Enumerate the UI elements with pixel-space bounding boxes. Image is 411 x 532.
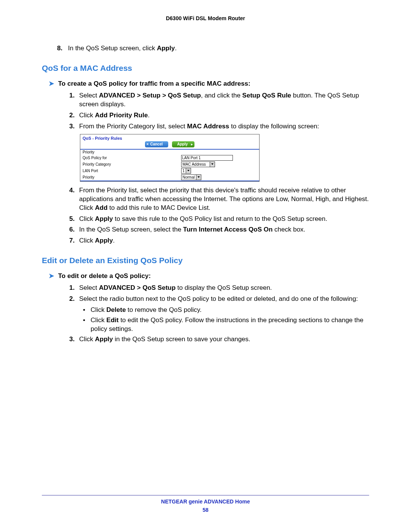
- t: Select: [79, 284, 99, 291]
- t: to display the following screen:: [229, 123, 319, 130]
- b: ADVANCED > Setup > QoS Setup: [99, 92, 201, 99]
- step-number: 6.: [69, 225, 79, 234]
- step-bold: Apply: [157, 45, 175, 52]
- select-value: Normal: [181, 174, 196, 180]
- step-number: 2.: [69, 111, 79, 120]
- select-value: MAC Address: [181, 161, 210, 167]
- b: Delete: [107, 306, 126, 313]
- footer-title: NETGEAR genie ADVANCED Home: [42, 498, 369, 505]
- label-priority2: Priority: [80, 174, 179, 181]
- chevron-down-icon: [210, 161, 215, 167]
- form-table: Priority QoS Policy for LAN Port 1 Prior…: [80, 150, 259, 181]
- b: Turn Internet Access QoS On: [183, 226, 272, 233]
- policy-for-field[interactable]: LAN Port 1: [181, 155, 233, 161]
- step-number: 1.: [69, 284, 79, 292]
- chevron-down-icon: [186, 168, 191, 174]
- label-lan-port: LAN Port: [80, 168, 179, 174]
- heading-qos-mac: QoS for a MAC Address: [42, 64, 369, 73]
- step-a7: 7. Click Apply.: [69, 236, 369, 245]
- t: to save this rule to the QoS Policy list…: [113, 215, 327, 222]
- step-number: 1.: [69, 91, 79, 109]
- bullet-icon: •: [83, 316, 91, 334]
- step-b2: 2. Select the radio button next to the Q…: [69, 295, 369, 304]
- priority-select[interactable]: Normal: [181, 174, 201, 180]
- arrow-icon: ➤: [49, 272, 54, 280]
- b: Edit: [107, 316, 119, 324]
- step-b3: 3. Click Apply in the QoS Setup screen t…: [69, 335, 369, 344]
- t: , and click the: [201, 92, 242, 99]
- b: Add: [95, 204, 108, 211]
- bullet-icon: •: [83, 306, 91, 315]
- cancel-button[interactable]: Cancel: [145, 141, 168, 147]
- page-footer: NETGEAR genie ADVANCED Home 58: [42, 495, 369, 513]
- divider: [80, 181, 259, 181]
- panel-title: QoS - Priority Rules: [80, 134, 259, 141]
- t: to remove the QoS policy.: [126, 306, 202, 313]
- step-number: 4.: [69, 186, 79, 212]
- step-a1: 1. Select ADVANCED > Setup > QoS Setup, …: [69, 91, 369, 109]
- b: ADVANCED > QoS Setup: [99, 284, 175, 291]
- t: .: [113, 237, 115, 244]
- t: in the QoS Setup screen to save your cha…: [113, 335, 250, 343]
- b: Setup QoS Rule: [242, 92, 291, 99]
- doc-header: D6300 WiFi DSL Modem Router: [42, 15, 369, 21]
- heading-edit-delete: Edit or Delete an Existing QoS Policy: [42, 256, 369, 265]
- b: Add Priority Rule: [95, 112, 148, 119]
- step-a4: 4. From the Priority list, select the pr…: [69, 186, 369, 212]
- step-text: In the QoS Setup screen, click: [68, 45, 157, 52]
- lan-port-select[interactable]: 1: [181, 168, 191, 174]
- step-a3: 3. From the Priority Category list, sele…: [69, 122, 369, 131]
- step-a6: 6. In the QoS Setup screen, select the T…: [69, 225, 369, 234]
- priority-category-select[interactable]: MAC Address: [181, 161, 215, 167]
- step-8: 8. In the QoS Setup screen, click Apply.: [57, 44, 369, 53]
- b: Apply: [95, 215, 113, 222]
- t: Select: [79, 92, 99, 99]
- page-number: 58: [42, 507, 369, 513]
- step-a5: 5. Click Apply to save this rule to the …: [69, 215, 369, 224]
- step-a2: 2. Click Add Priority Rule.: [69, 111, 369, 120]
- b: Apply: [95, 335, 113, 343]
- step-number: 8.: [57, 44, 66, 53]
- step-number: 5.: [69, 215, 79, 224]
- step-post: .: [175, 45, 177, 52]
- lead-text: To edit or delete a QoS policy:: [58, 272, 151, 280]
- t: to display the QoS Setup screen.: [175, 284, 272, 291]
- lead-text: To create a QoS policy for traffic from …: [58, 80, 250, 87]
- t: to add this rule to MAC Device List.: [108, 204, 210, 211]
- t: From the Priority Category list, select: [79, 123, 187, 130]
- bullet-edit: • Click Edit to edit the QoS policy. Fol…: [83, 316, 369, 334]
- t: Click: [91, 306, 107, 313]
- b: Apply: [95, 237, 113, 244]
- t: Click: [79, 237, 95, 244]
- label-priority-category: Priority Category: [80, 161, 179, 168]
- step-number: 7.: [69, 236, 79, 245]
- t: In the QoS Setup screen, select the: [79, 226, 183, 233]
- step-b1: 1. Select ADVANCED > QoS Setup to displa…: [69, 284, 369, 292]
- procedure-lead-b: ➤ To edit or delete a QoS policy:: [49, 272, 369, 280]
- t: Click: [79, 215, 95, 222]
- step-number: 3.: [69, 335, 79, 344]
- t: Click: [91, 316, 107, 324]
- t: Click: [79, 335, 95, 343]
- bullet-delete: • Click Delete to remove the QoS policy.: [83, 306, 369, 315]
- arrow-icon: ➤: [49, 80, 54, 87]
- procedure-lead-a: ➤ To create a QoS policy for traffic fro…: [49, 80, 369, 88]
- select-value: 1: [181, 168, 186, 174]
- label-policy-for: QoS Policy for: [80, 155, 179, 161]
- t: to edit the QoS policy. Follow the instr…: [91, 316, 363, 332]
- qos-priority-rules-panel: QoS - Priority Rules Cancel Apply Priori…: [80, 134, 260, 182]
- label-priority: Priority: [80, 150, 179, 155]
- t: Click: [79, 112, 95, 119]
- apply-button[interactable]: Apply: [172, 141, 195, 147]
- t: check box.: [272, 226, 305, 233]
- t: .: [148, 112, 150, 119]
- t: Select the radio button next to the QoS …: [79, 295, 358, 302]
- chevron-down-icon: [196, 174, 201, 180]
- step-number: 2.: [69, 295, 79, 304]
- step-number: 3.: [69, 122, 79, 131]
- b: MAC Address: [187, 123, 229, 130]
